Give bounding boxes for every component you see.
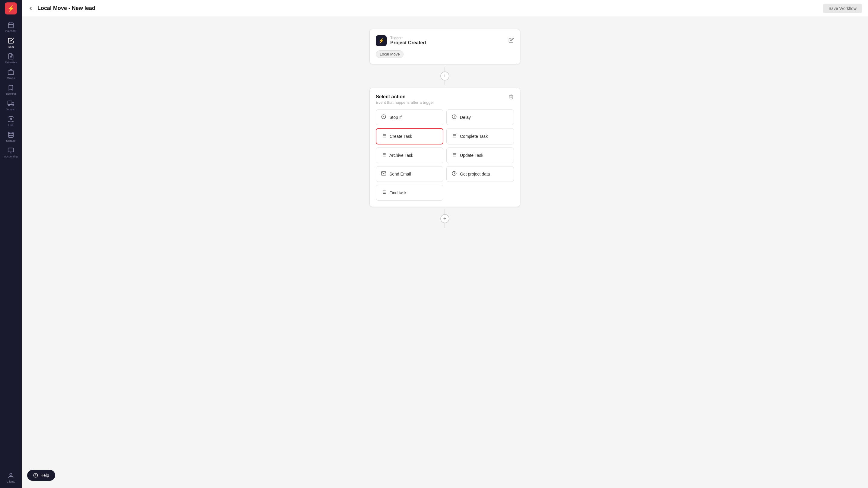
action-title-group: Select action Event that happens after a… [376,94,434,105]
sidebar-item-tasks-label: Tasks [7,45,14,48]
trigger-name: Project Created [390,40,426,45]
sidebar-item-clients[interactable]: Clients [0,470,22,486]
connector-line-bottom-2 [444,223,445,228]
action-title: Select action [376,94,434,99]
svg-rect-13 [8,148,13,152]
delay-icon [452,114,457,121]
page-title: Local Move - New lead [37,5,95,11]
sidebar-item-accounting-label: Accounting [4,155,18,158]
complete-task-icon [452,133,457,140]
connector-2: + [440,207,450,231]
sidebar-item-live[interactable]: Live [0,113,22,129]
workflow-canvas: ⚡ Trigger Project Created Local Move + [22,17,868,488]
header: Local Move - New lead Save Workflow [22,0,868,17]
action-delete-button[interactable] [508,94,514,101]
sidebar-item-tasks[interactable]: Tasks [0,35,22,51]
send-email-icon [381,171,386,177]
trigger-icon: ⚡ [376,35,386,46]
action-option-send-email-label: Send Email [390,172,411,177]
action-node: Select action Event that happens after a… [369,88,520,207]
action-option-delay[interactable]: Delay [446,110,514,125]
svg-marker-8 [12,102,14,104]
sidebar-item-dispatch[interactable]: Dispatch [0,98,22,113]
action-subtitle: Event that happens after a trigger [376,100,434,105]
sidebar-item-booking-label: Booking [6,92,16,95]
main-content: Local Move - New lead Save Workflow ⚡ Tr… [22,0,868,488]
svg-point-9 [8,105,10,106]
connector-line-bottom [444,81,445,85]
update-task-icon [452,152,457,159]
trigger-header: ⚡ Trigger Project Created [376,35,514,46]
save-workflow-button[interactable]: Save Workflow [823,4,862,13]
sidebar-item-booking[interactable]: Booking [0,82,22,98]
connector-line-top [444,67,445,71]
trigger-tag: Local Move [376,50,404,58]
sidebar: ⚡ Calendar Tasks Estimates Moves Booking… [0,0,22,488]
sidebar-item-moves-label: Moves [7,77,15,80]
svg-point-10 [12,105,13,106]
sidebar-item-live-label: Live [8,124,13,127]
stop-if-icon [381,114,386,121]
svg-point-11 [10,118,12,120]
help-button-label: Help [40,473,49,478]
app-logo: ⚡ [5,2,17,14]
action-option-update-task-label: Update Task [460,153,484,158]
action-option-archive-task[interactable]: Archive Task [376,148,443,163]
svg-rect-7 [8,101,12,105]
add-step-button-2[interactable]: + [440,214,450,223]
sidebar-item-storage-label: Storage [6,139,16,142]
add-step-button-1[interactable]: + [440,71,450,81]
sidebar-item-calendar-label: Calendar [5,30,17,33]
action-option-find-task-label: Find task [390,190,407,195]
connector-line-top-2 [444,209,445,214]
trigger-tags: Local Move [376,50,514,58]
trigger-node: ⚡ Trigger Project Created Local Move [369,29,520,64]
archive-task-icon [381,152,386,159]
action-option-complete-task-label: Complete Task [460,134,488,139]
get-project-data-icon [452,171,457,177]
header-left: Local Move - New lead [28,5,95,11]
create-task-icon [381,133,386,140]
trigger-info: Trigger Project Created [390,36,426,45]
sidebar-item-calendar[interactable]: Calendar [0,19,22,35]
svg-point-12 [8,132,13,134]
action-option-send-email[interactable]: Send Email [376,166,443,182]
sidebar-item-dispatch-label: Dispatch [5,108,16,111]
action-option-create-task-label: Create Task [390,134,412,139]
sidebar-item-moves[interactable]: Moves [0,66,22,82]
action-option-create-task[interactable]: Create Task [376,128,443,145]
svg-rect-6 [8,70,13,74]
help-button[interactable]: Help [27,470,55,481]
action-option-get-project-data[interactable]: Get project data [446,166,514,182]
svg-point-16 [10,473,12,475]
action-option-update-task[interactable]: Update Task [446,148,514,163]
sidebar-item-accounting[interactable]: Accounting [0,145,22,160]
action-header: Select action Event that happens after a… [376,94,514,105]
trigger-label: Trigger [390,36,426,40]
action-option-archive-task-label: Archive Task [390,153,413,158]
trigger-edit-button[interactable] [508,37,514,44]
action-option-stop-if[interactable]: Stop If [376,110,443,125]
action-option-find-task[interactable]: Find task [376,185,443,201]
sidebar-item-estimates[interactable]: Estimates [0,51,22,66]
action-option-delay-label: Delay [460,115,471,120]
action-options-grid: Stop If Delay Create Task [376,110,514,201]
svg-rect-0 [8,23,13,28]
trigger-left: ⚡ Trigger Project Created [376,35,426,46]
find-task-icon [381,189,386,196]
help-button-container: Help [27,470,55,481]
sidebar-item-clients-label: Clients [7,480,15,483]
action-option-get-project-data-label: Get project data [460,172,490,177]
sidebar-item-storage[interactable]: Storage [0,129,22,145]
connector-1: + [440,64,450,88]
action-option-stop-if-label: Stop If [390,115,401,120]
sidebar-item-estimates-label: Estimates [5,61,17,64]
action-option-complete-task[interactable]: Complete Task [446,128,514,145]
back-button[interactable] [28,5,34,11]
